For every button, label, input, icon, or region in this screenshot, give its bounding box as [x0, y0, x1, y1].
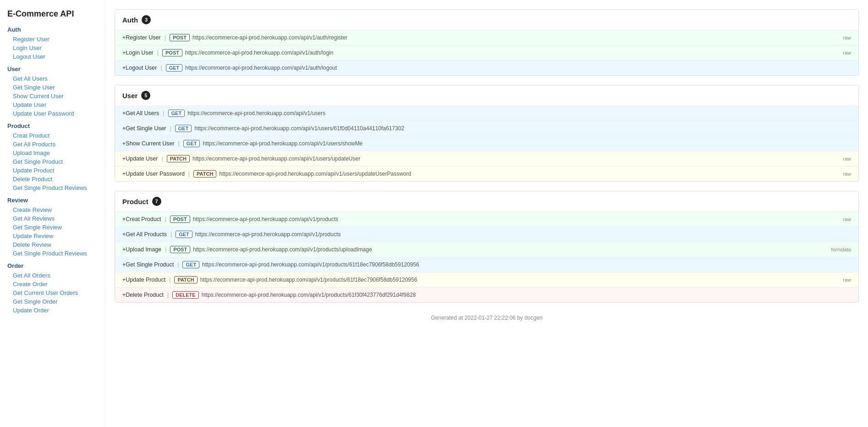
api-url: https://ecommerce-api-prod.herokuapp.com…: [194, 125, 851, 132]
section-header-product: Product7: [115, 191, 858, 212]
sidebar-item-get-current-user-orders[interactable]: Get Current User Orders: [7, 288, 98, 297]
sidebar-item-login-user[interactable]: Login User: [7, 44, 98, 52]
main-content: Auth3+Register User|POSThttps://ecommerc…: [105, 0, 868, 427]
sidebar-item-get-all-orders[interactable]: Get All Orders: [7, 271, 98, 280]
sidebar-item-get-single-product[interactable]: Get Single Product: [7, 157, 98, 166]
sidebar-item-update-product[interactable]: Update Product: [7, 166, 98, 175]
api-url: https://ecommerce-api-prod.herokuapp.com…: [193, 246, 828, 253]
api-row-label: +Show Current User: [122, 140, 175, 147]
sidebar-item-creat-product[interactable]: Creat Product: [7, 131, 98, 140]
api-url: https://ecommerce-api-prod.herokuapp.com…: [202, 292, 851, 298]
sidebar-nav: AuthRegister UserLogin UserLogout UserUs…: [7, 26, 98, 315]
sidebar-section-label-order: Order: [7, 262, 98, 269]
pipe-divider: |: [165, 34, 166, 41]
api-row-label: +Creat Product: [122, 216, 161, 222]
method-badge-post: POST: [170, 216, 190, 223]
api-section-user: User5+Get All Users|GEThttps://ecommerce…: [115, 85, 859, 182]
api-section-product: Product7+Creat Product|POSThttps://ecomm…: [115, 191, 859, 303]
sidebar-item-get-single-product-reviews[interactable]: Get Single Product Reviews: [7, 183, 98, 192]
sidebar-item-get-single-order[interactable]: Get Single Order: [7, 297, 98, 306]
sidebar-item-upload-image[interactable]: Upload Image: [7, 149, 98, 157]
sidebar-item-update-order[interactable]: Update Order: [7, 306, 98, 315]
sidebar-item-register-user[interactable]: Register User: [7, 35, 98, 44]
api-url: https://ecommerce-api-prod.herokuapp.com…: [187, 110, 851, 116]
api-row-label: +Get Single Product: [122, 261, 174, 268]
api-row[interactable]: +Update User Password|PATCHhttps://ecomm…: [115, 166, 858, 181]
api-section-auth: Auth3+Register User|POSThttps://ecommerc…: [115, 9, 859, 76]
api-row-label: +Update User: [122, 155, 158, 162]
method-badge-get: GET: [183, 140, 200, 147]
api-row-label: +Upload Image: [122, 246, 161, 253]
api-row[interactable]: +Register User|POSThttps://ecommerce-api…: [115, 30, 858, 45]
api-row[interactable]: +Login User|POSThttps://ecommerce-api-pr…: [115, 45, 858, 61]
sidebar-section-label-product: Product: [7, 122, 98, 129]
api-row-label: +Login User: [122, 50, 154, 56]
api-url: https://ecommerce-api-prod.herokuapp.com…: [193, 216, 841, 222]
api-row[interactable]: +Get Single Product|GEThttps://ecommerce…: [115, 257, 858, 272]
pipe-divider: |: [163, 110, 164, 116]
api-row-label: +Register User: [122, 34, 161, 41]
pipe-divider: |: [170, 125, 171, 132]
sidebar-item-update-user[interactable]: Update User: [7, 100, 98, 109]
api-row[interactable]: +Get All Products|GEThttps://ecommerce-a…: [115, 227, 858, 242]
sidebar-item-delete-review[interactable]: Delete Review: [7, 240, 98, 249]
api-row[interactable]: +Get Single User|GEThttps://ecommerce-ap…: [115, 121, 858, 136]
sidebar-item-update-user-password[interactable]: Update User Password: [7, 109, 98, 118]
method-badge-post: POST: [170, 34, 190, 41]
sidebar-item-show-current-user[interactable]: Show Current User: [7, 92, 98, 100]
pipe-divider: |: [165, 246, 166, 253]
sidebar-section-label-review: Review: [7, 197, 98, 204]
method-badge-patch: PATCH: [174, 276, 197, 283]
api-row-label: +Get All Products: [122, 231, 167, 238]
api-row[interactable]: +Upload Image|POSThttps://ecommerce-api-…: [115, 242, 858, 257]
pipe-divider: |: [188, 171, 190, 177]
section-header-user: User5: [115, 85, 858, 106]
method-badge-get: GET: [182, 261, 199, 268]
api-row[interactable]: +Update Product|PATCHhttps://ecommerce-a…: [115, 272, 858, 288]
sidebar-item-create-review[interactable]: Create Review: [7, 205, 98, 214]
sidebar-section-label-auth: Auth: [7, 26, 98, 33]
method-badge-patch: PATCH: [167, 155, 190, 162]
pipe-divider: |: [177, 261, 179, 268]
sidebar-item-logout-user[interactable]: Logout User: [7, 52, 98, 61]
pipe-divider: |: [170, 231, 172, 238]
api-meta: raw: [843, 50, 851, 55]
section-badge: 5: [141, 91, 150, 100]
sidebar-item-get-single-user[interactable]: Get Single User: [7, 83, 98, 92]
api-row[interactable]: +Get All Users|GEThttps://ecommerce-api-…: [115, 106, 858, 121]
section-header-auth: Auth3: [115, 10, 858, 30]
api-url: https://ecommerce-api-prod.herokuapp.com…: [219, 171, 840, 177]
api-url: https://ecommerce-api-prod.herokuapp.com…: [185, 65, 851, 71]
sidebar-item-get-all-products[interactable]: Get All Products: [7, 140, 98, 149]
api-row[interactable]: +Logout User|GEThttps://ecommerce-api-pr…: [115, 61, 858, 75]
sidebar-item-get-single-review[interactable]: Get Single Review: [7, 223, 98, 232]
sidebar-item-get-single-product-reviews[interactable]: Get Single Product Reviews: [7, 249, 98, 258]
pipe-divider: |: [169, 277, 170, 283]
method-badge-get: GET: [166, 64, 183, 72]
sidebar-item-create-order[interactable]: Create Order: [7, 280, 98, 288]
sidebar-section-label-user: User: [7, 66, 98, 72]
method-badge-post: POST: [162, 49, 182, 56]
api-url: https://ecommerce-api-prod.herokuapp.com…: [192, 155, 840, 162]
method-badge-get: GET: [176, 231, 192, 238]
pipe-divider: |: [165, 216, 166, 222]
footer: Generated at 2022-01-27 22:22:06 by docg…: [115, 312, 859, 321]
api-url: https://ecommerce-api-prod.herokuapp.com…: [202, 261, 851, 268]
api-row[interactable]: +Update User|PATCHhttps://ecommerce-api-…: [115, 151, 858, 166]
api-sections: Auth3+Register User|POSThttps://ecommerc…: [115, 9, 859, 303]
api-url: https://ecommerce-api-prod.herokuapp.com…: [200, 277, 841, 283]
method-badge-get: GET: [168, 110, 185, 117]
section-badge: 7: [152, 197, 161, 206]
sidebar-item-get-all-reviews[interactable]: Get All Reviews: [7, 214, 98, 223]
api-meta: formdata: [831, 247, 851, 252]
api-row[interactable]: +Show Current User|GEThttps://ecommerce-…: [115, 136, 858, 151]
sidebar-item-get-all-users[interactable]: Get All Users: [7, 74, 98, 83]
api-row[interactable]: +Creat Product|POSThttps://ecommerce-api…: [115, 212, 858, 227]
section-name: Product: [122, 198, 148, 205]
api-meta: raw: [843, 277, 851, 283]
section-badge: 3: [142, 15, 151, 24]
sidebar-item-update-review[interactable]: Update Review: [7, 232, 98, 240]
api-row-label: +Update User Password: [122, 171, 185, 177]
sidebar-item-delete-product[interactable]: Delete Product: [7, 175, 98, 183]
api-row[interactable]: +Delete Product|DELETEhttps://ecommerce-…: [115, 288, 858, 302]
